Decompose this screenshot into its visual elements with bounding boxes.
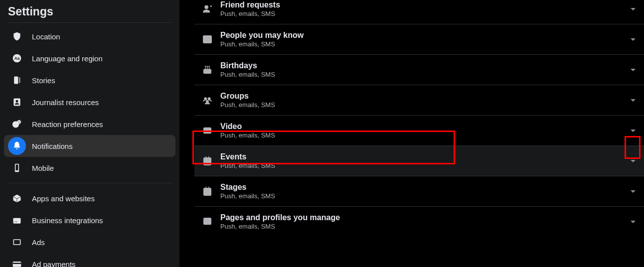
notif-subtitle: Push, emails, SMS [220,162,628,170]
notif-row-events[interactable]: EventsPush, emails, SMS [194,145,644,176]
language-icon: Aa [8,49,26,67]
ads-icon [8,233,26,251]
stories-icon [8,71,26,89]
chevron-down-icon[interactable] [628,156,638,166]
chevron-down-icon[interactable] [628,126,638,135]
card-icon [8,255,26,267]
notif-row-birthdays[interactable]: BirthdaysPush, emails, SMS [194,54,644,85]
svg-point-22 [205,66,206,67]
sidebar-item-language[interactable]: AaLanguage and region [4,47,175,69]
notif-title: Groups [220,91,628,101]
friend-request-icon [200,2,214,16]
notif-title: Birthdays [220,61,628,71]
sidebar-item-stories[interactable]: Stories [4,69,175,91]
sidebar-item-business[interactable]: Business integrations [4,209,175,231]
svg-text:Aa: Aa [14,56,20,61]
svg-point-18 [205,5,208,8]
svg-point-12 [14,222,15,223]
calendar-icon [200,154,214,168]
notif-title: Friend requests [220,0,628,10]
sidebar-item-label: Stories [32,76,55,85]
sidebar-list: LocationAaLanguage and regionStoriesJour… [0,25,179,267]
svg-rect-15 [14,240,20,244]
notif-text: VideoPush, emails, SMS [220,122,628,139]
svg-rect-29 [204,158,211,165]
svg-point-26 [208,98,210,100]
notif-text: StagesPush, emails, SMS [220,182,628,200]
video-icon [200,124,214,137]
notif-row-groups[interactable]: GroupsPush, emails, SMS [194,85,644,115]
sidebar-item-label: Language and region [32,54,103,63]
svg-rect-9 [16,164,18,170]
sidebar-item-label: Business integrations [32,216,103,225]
chevron-down-icon[interactable] [628,4,638,14]
chevron-down-icon[interactable] [628,34,638,44]
notif-title: Pages and profiles you manage [220,213,628,223]
notif-title: Events [220,152,628,162]
chevron-down-icon[interactable] [628,95,638,105]
sidebar-item-label: Reaction preferences [32,120,103,129]
svg-rect-3 [19,77,20,83]
svg-point-13 [16,222,17,223]
notif-subtitle: Push, emails, SMS [220,71,628,79]
sidebar-item-label: Location [32,32,60,41]
sidebar-item-notifications[interactable]: Notifications [4,135,175,157]
notif-text: EventsPush, emails, SMS [220,152,628,170]
mobile-icon [8,159,26,177]
notif-row-stages[interactable]: StagesPush, emails, SMS [194,176,644,206]
svg-point-5 [16,100,18,103]
notif-subtitle: Push, emails, SMS [220,132,628,139]
business-icon [8,211,26,229]
bell-icon [8,137,26,155]
svg-point-20 [206,37,209,40]
sidebar-item-reaction[interactable]: Reaction preferences [4,113,175,135]
notif-title: Stages [220,182,628,192]
notif-subtitle: Push, emails, SMS [220,192,628,200]
birthday-icon [200,63,214,77]
sidebar-item-label: Mobile [32,164,54,172]
svg-point-24 [209,66,209,67]
journalist-icon [8,93,26,111]
calendar-icon [200,184,214,198]
svg-rect-30 [204,188,211,196]
chevron-down-icon[interactable] [628,217,638,227]
notif-row-friendreq[interactable]: Friend requestsPush, emails, SMS [194,0,644,24]
svg-point-27 [206,100,209,103]
notif-subtitle: Push, emails, SMS [220,40,628,48]
svg-rect-17 [13,263,21,265]
main-content: Friend requestsPush, emails, SMSPeople y… [179,0,644,267]
notif-title: Video [220,122,628,132]
notif-row-video[interactable]: VideoPush, emails, SMS [194,115,644,145]
page-title: Settings [0,0,179,22]
notif-text: BirthdaysPush, emails, SMS [220,61,628,79]
sidebar-item-apps[interactable]: Apps and websites [4,187,175,209]
reaction-icon [8,115,26,133]
sidebar-item-label: Ad payments [32,260,76,267]
svg-rect-16 [13,262,21,267]
sidebar-item-adpayments[interactable]: Ad payments [4,253,175,267]
groups-icon [200,93,214,107]
notif-title: People you may know [220,30,628,40]
sidebar-item-ads[interactable]: Ads [4,231,175,253]
sidebar-item-location[interactable]: Location [4,25,175,47]
sidebar-item-label: Journalist resources [32,98,99,107]
notif-row-pages[interactable]: Pages and profiles you managePush, email… [194,206,644,237]
svg-point-23 [207,66,207,67]
notif-row-pymk[interactable]: People you may knowPush, emails, SMS [194,24,644,54]
sidebar-item-journalist[interactable]: Journalist resources [4,91,175,113]
notifications-list: Friend requestsPush, emails, SMSPeople y… [194,0,644,237]
notif-subtitle: Push, emails, SMS [220,101,628,109]
sidebar-item-mobile[interactable]: Mobile [4,157,175,179]
notif-text: Friend requestsPush, emails, SMS [220,0,628,18]
svg-rect-2 [14,77,18,84]
sidebar-item-label: Ads [32,238,45,247]
notif-subtitle: Push, emails, SMS [220,10,628,18]
sidebar-item-label: Notifications [32,142,73,150]
divider [8,183,171,183]
chevron-down-icon[interactable] [628,186,638,196]
svg-rect-11 [13,218,21,220]
notif-text: People you may knowPush, emails, SMS [220,30,628,48]
notif-text: GroupsPush, emails, SMS [220,91,628,109]
flag-icon [200,215,214,229]
chevron-down-icon[interactable] [628,65,638,75]
